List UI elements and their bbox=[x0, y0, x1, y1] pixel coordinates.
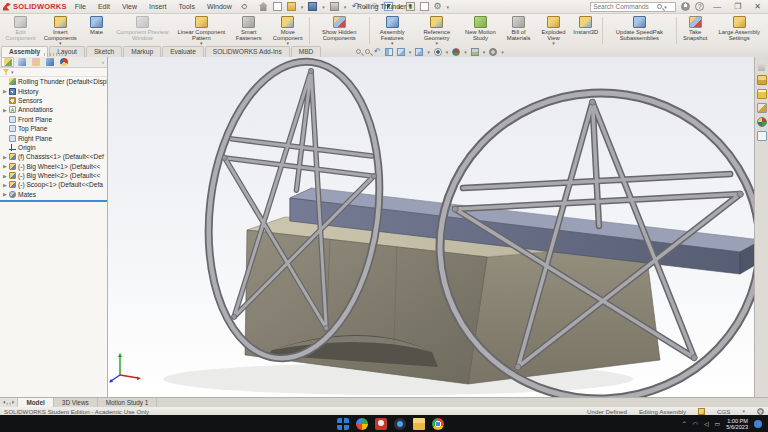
ribbon-button-smart-fasteners[interactable]: Smart Fasteners bbox=[230, 15, 268, 46]
restore-button[interactable]: ❐ bbox=[730, 0, 745, 14]
tab-configuration-manager[interactable] bbox=[29, 57, 42, 67]
print-icon[interactable] bbox=[330, 2, 339, 11]
wifi-icon[interactable]: ◠ bbox=[693, 421, 698, 427]
unit-system[interactable]: CGS bbox=[717, 408, 730, 415]
battery-icon[interactable]: ▭ bbox=[715, 421, 721, 427]
tray-chevron-icon[interactable]: ⌃ bbox=[682, 421, 687, 427]
tab-motion-study-1[interactable]: Motion Study 1 bbox=[98, 398, 158, 407]
filter-funnel-icon[interactable] bbox=[3, 69, 9, 75]
ribbon-button-show-hidden-components[interactable]: Show Hidden Components bbox=[311, 15, 368, 46]
unit-system-chevron-icon[interactable]: ▾ bbox=[742, 408, 745, 414]
view-settings-icon[interactable] bbox=[489, 48, 497, 56]
ribbon-button-new-motion-study[interactable]: New Motion Study bbox=[460, 15, 501, 46]
teams-app-icon[interactable] bbox=[394, 418, 406, 430]
tab-mbd[interactable]: MBD bbox=[291, 46, 322, 57]
tab-model[interactable]: Model bbox=[18, 398, 53, 407]
help-icon[interactable]: ? bbox=[695, 2, 704, 11]
expand-arrow-icon[interactable]: ▶ bbox=[3, 182, 7, 188]
ribbon-button-linear-component-pattern[interactable]: Linear Component Pattern▾ bbox=[173, 15, 230, 46]
tab-3d-views[interactable]: 3D Views bbox=[54, 398, 98, 407]
tab-scroll-buttons[interactable]: ⏴‹›⏵ bbox=[0, 398, 18, 407]
scroll-next-icon[interactable]: › bbox=[9, 400, 11, 406]
tree-item-big-wheel-2[interactable]: ▶(-) Big Wheel<2> (Default<< bbox=[0, 171, 107, 180]
tab-assembly[interactable]: Assembly bbox=[1, 46, 48, 57]
tab-evaluate[interactable]: Evaluate bbox=[162, 46, 204, 57]
tree-item-right-plane[interactable]: Right Plane bbox=[0, 133, 107, 142]
custom-properties-icon[interactable] bbox=[757, 131, 767, 141]
solidworks-app-icon[interactable] bbox=[375, 418, 387, 430]
hide-show-items-icon[interactable] bbox=[434, 48, 442, 56]
ribbon-button-instant3d[interactable]: Instant3D bbox=[571, 15, 601, 46]
scroll-last-icon[interactable]: ⏵ bbox=[12, 399, 15, 406]
save-icon[interactable] bbox=[308, 2, 317, 11]
tab-property-manager[interactable] bbox=[15, 57, 28, 67]
menu-tools[interactable]: Tools bbox=[175, 3, 199, 10]
expand-arrow-icon[interactable]: ▶ bbox=[3, 191, 7, 197]
menu-view[interactable]: View bbox=[118, 3, 141, 10]
ribbon-button-take-snapshot[interactable]: Take Snapshot bbox=[678, 15, 713, 46]
ribbon-button-reference-geometry[interactable]: Reference Geometry▾ bbox=[414, 15, 460, 46]
status-customize-icon[interactable] bbox=[757, 408, 764, 415]
home-icon[interactable] bbox=[259, 2, 268, 11]
zoom-to-fit-icon[interactable] bbox=[356, 49, 361, 54]
ribbon-button-large-assembly-settings[interactable]: Large Assembly Settings bbox=[712, 15, 766, 46]
tree-item-big-wheel-1[interactable]: ▶(-) Big Wheel<1> (Default<< bbox=[0, 162, 107, 171]
ribbon-button-exploded-view[interactable]: Exploded View▾ bbox=[536, 15, 571, 46]
search-icon[interactable] bbox=[657, 4, 662, 9]
ribbon-button-mate[interactable]: Mate bbox=[82, 15, 112, 46]
expand-arrow-icon[interactable]: ▶ bbox=[3, 88, 7, 94]
solidworks-resources-icon[interactable] bbox=[757, 61, 767, 71]
tree-item-mates[interactable]: ▶Mates bbox=[0, 190, 107, 199]
menu-file[interactable]: File bbox=[71, 3, 90, 10]
tree-item-front-plane[interactable]: Front Plane bbox=[0, 115, 107, 124]
close-button[interactable]: ✕ bbox=[750, 0, 765, 14]
search-commands-box[interactable]: ▾ bbox=[590, 2, 676, 12]
zoom-to-area-icon[interactable] bbox=[365, 49, 370, 54]
file-explorer-icon[interactable] bbox=[757, 89, 767, 99]
new-document-icon[interactable] bbox=[273, 2, 282, 11]
section-view-icon[interactable] bbox=[385, 48, 393, 56]
options-gear-icon[interactable]: ⚙ bbox=[434, 2, 442, 11]
taskbar-clock[interactable]: 1:00 PM 5/6/2023 bbox=[726, 418, 748, 430]
tab-feature-tree[interactable] bbox=[1, 57, 14, 67]
tree-item-top-plane[interactable]: Top Plane bbox=[0, 124, 107, 133]
tree-item-origin[interactable]: Origin bbox=[0, 143, 107, 152]
scroll-prev-icon[interactable]: ‹ bbox=[7, 400, 9, 406]
tree-item-scoop[interactable]: ▶(-) Scoop<1> (Default<<Defa bbox=[0, 180, 107, 189]
start-button-icon[interactable] bbox=[337, 418, 349, 430]
ribbon-button-update-speedpak[interactable]: Update SpeedPak Subassemblies bbox=[604, 15, 676, 46]
ribbon-button-insert-components[interactable]: Insert Components▾ bbox=[39, 15, 82, 46]
tree-item-history[interactable]: ▶History bbox=[0, 86, 107, 95]
view-palette-icon[interactable] bbox=[757, 103, 767, 113]
tab-sketch[interactable]: Sketch bbox=[86, 46, 122, 57]
tree-item-root[interactable]: Rolling Thunder (Default<Display bbox=[0, 77, 107, 86]
tree-item-annotations[interactable]: ▶AAnnotations bbox=[0, 105, 107, 114]
expand-arrow-icon[interactable]: ▶ bbox=[3, 154, 7, 160]
graphics-viewport[interactable] bbox=[108, 57, 754, 397]
notification-badge[interactable] bbox=[754, 420, 762, 428]
scroll-first-icon[interactable]: ⏴ bbox=[3, 399, 6, 406]
tree-item-chassis[interactable]: ▶(f) Chassis<1> (Default<<Def bbox=[0, 152, 107, 161]
expand-arrow-icon[interactable]: ▶ bbox=[3, 107, 7, 113]
menu-window[interactable]: Window bbox=[203, 3, 236, 10]
tab-markup[interactable]: Markup bbox=[123, 46, 161, 57]
panel-flyout-chevron-icon[interactable]: › bbox=[102, 59, 106, 65]
ribbon-button-move-component[interactable]: Move Component▾ bbox=[268, 15, 308, 46]
minimize-button[interactable]: — bbox=[709, 0, 725, 14]
ribbon-button-bill-of-materials[interactable]: Bill of Materials bbox=[501, 15, 536, 46]
tree-item-sensors[interactable]: Sensors bbox=[0, 96, 107, 105]
tab-solidworks-add-ins[interactable]: SOLIDWORKS Add-Ins bbox=[205, 46, 290, 57]
volume-icon[interactable]: ◁ bbox=[704, 421, 709, 427]
rollback-bar[interactable] bbox=[0, 200, 107, 202]
design-library-icon[interactable] bbox=[757, 75, 767, 85]
menu-edit[interactable]: Edit bbox=[94, 3, 114, 10]
previous-view-icon[interactable]: ↶ bbox=[374, 48, 381, 56]
tab-display-manager[interactable] bbox=[57, 57, 70, 67]
menu-insert[interactable]: Insert bbox=[145, 3, 171, 10]
expand-arrow-icon[interactable]: ▶ bbox=[3, 163, 7, 169]
apply-scene-icon[interactable] bbox=[471, 48, 479, 56]
appearances-scenes-icon[interactable] bbox=[757, 117, 767, 127]
ribbon-button-assembly-features[interactable]: Assembly Features▾ bbox=[371, 15, 414, 46]
expand-arrow-icon[interactable]: ▶ bbox=[3, 173, 7, 179]
file-explorer-taskbar-icon[interactable] bbox=[413, 418, 425, 430]
